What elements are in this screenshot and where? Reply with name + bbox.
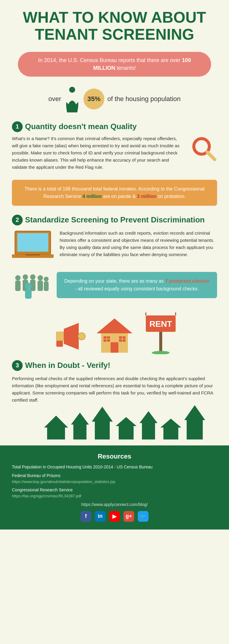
population-stat: over 35% of the housing population (0, 83, 229, 118)
svg-marker-40 (71, 413, 89, 425)
section2-body: Background information such as credit re… (60, 230, 217, 261)
svg-rect-51 (187, 420, 203, 439)
svg-line-2 (207, 152, 215, 160)
resources-heading: Resources (12, 453, 217, 460)
twitter-icon[interactable]: 🐦 (138, 511, 148, 522)
houses-skyline (38, 404, 217, 439)
section2-content: Background information such as credit re… (12, 230, 217, 261)
svg-rect-8 (15, 281, 21, 291)
orange-info-box: There is a total of 196 thousand total f… (12, 180, 217, 206)
svg-rect-25 (111, 342, 118, 353)
svg-point-0 (69, 87, 75, 93)
svg-marker-19 (56, 332, 64, 341)
section1-heading: 1 Quantity doesn't mean Quality (12, 121, 217, 132)
svg-point-13 (38, 275, 43, 281)
section1-content: What's in a Name? It's common that crimi… (12, 135, 217, 171)
icons-row: RENT (0, 306, 229, 357)
svg-point-7 (15, 275, 21, 281)
section3-title: When in Doubt - Verify! (25, 361, 110, 370)
svg-marker-46 (140, 411, 157, 423)
svg-rect-16 (44, 281, 49, 291)
over-text: over (48, 95, 61, 103)
section3-number: 3 (12, 360, 23, 371)
people-svg (12, 270, 51, 299)
svg-rect-49 (163, 428, 178, 439)
main-title: What to Know About Tenant Screening (12, 9, 217, 43)
svg-rect-6 (25, 254, 40, 256)
magnifier-icon (190, 135, 217, 162)
resource-3-label: Congressional Research Service (12, 487, 217, 493)
protected-classes-text: Depending on your state, there are as ma… (64, 278, 210, 291)
svg-rect-47 (142, 423, 155, 439)
person-icon (64, 86, 81, 112)
svg-rect-22 (56, 341, 63, 347)
header-section: What to Know About Tenant Screening (0, 0, 229, 46)
svg-rect-41 (73, 425, 86, 439)
svg-point-9 (23, 274, 28, 280)
svg-rect-43 (95, 422, 110, 439)
laptop-icon (12, 230, 54, 259)
protected-classes-highlight: 7 protected classes (165, 278, 210, 284)
section2: 2 Standardize Screening to Prevent Discr… (0, 212, 229, 267)
svg-text:RENT: RENT (149, 319, 172, 329)
resource-3-link[interactable]: https://fas.org/sgp/crs/misc/RL34287.pdf (12, 493, 217, 499)
section1-body: What's in a Name? It's common that crimi… (12, 135, 184, 171)
svg-marker-23 (97, 318, 132, 333)
svg-point-17 (25, 283, 32, 289)
resource-1-label: Total Population in Occupied Housing Uni… (12, 465, 153, 469)
website-url[interactable]: https://www.applyconnect.com/blog/ (12, 502, 217, 507)
house-icon (95, 315, 134, 354)
svg-marker-38 (44, 416, 68, 428)
section1-title: Quantity doesn't mean Quality (25, 122, 137, 131)
resource-2-label: Federal Bureau of Prisons (12, 473, 217, 479)
svg-marker-48 (160, 419, 181, 428)
section2-heading: 2 Standardize Screening to Prevent Discr… (12, 215, 217, 225)
svg-point-15 (44, 277, 49, 281)
percent-circle: 35% (83, 89, 104, 109)
protected-classes-box: Depending on your state, there are as ma… (57, 272, 217, 298)
svg-marker-42 (92, 407, 113, 422)
highlight-4million: 4 million (82, 194, 102, 199)
svg-point-11 (30, 274, 35, 280)
svg-marker-20 (64, 323, 79, 350)
linkedin-icon[interactable]: in (95, 511, 106, 522)
googleplus-icon[interactable]: g+ (123, 511, 134, 522)
dark-houses-decoration (12, 404, 217, 439)
housing-text: of the housing population (107, 95, 181, 103)
section3-body: Performing verbal checks of the supplied… (12, 375, 217, 404)
resources-footer: Resources Total Population in Occupied H… (0, 445, 229, 530)
svg-point-37 (152, 351, 170, 354)
census-bold: 100 MILLION (93, 57, 191, 71)
section2-title: Standardize Screening to Prevent Discrim… (25, 215, 205, 225)
resource-2-link[interactable]: https://www.bop.gov/about/statistics/pop… (12, 479, 217, 485)
rent-sign-icon: RENT (143, 312, 179, 354)
people-group-icon (12, 270, 51, 301)
section1: 1 Quantity doesn't mean Quality What's i… (0, 118, 229, 177)
svg-marker-44 (116, 417, 137, 426)
section3-heading: 3 When in Doubt - Verify! (12, 360, 217, 371)
social-icons-row: f in ▶ g+ 🐦 (12, 511, 217, 527)
svg-rect-39 (47, 428, 65, 439)
protected-classes-section: Depending on your state, there are as ma… (12, 270, 217, 301)
svg-rect-4 (17, 233, 48, 252)
section3: 3 When in Doubt - Verify! Performing ver… (0, 357, 229, 445)
svg-rect-14 (38, 281, 43, 291)
laptop-icon-wrap (12, 230, 54, 261)
section1-number: 1 (12, 121, 23, 132)
census-bubble: In 2014, the U.S. Census Bureau reports … (18, 52, 211, 76)
section2-number: 2 (12, 215, 23, 225)
megaphone-icon (50, 318, 86, 354)
resource-item-2: Federal Bureau of Prisons https://www.bo… (12, 473, 217, 485)
facebook-icon[interactable]: f (81, 511, 91, 522)
svg-rect-18 (25, 289, 32, 299)
census-text: In 2014, the U.S. Census Bureau reports … (38, 57, 191, 71)
orange-text: There is a total of 196 thousand total f… (24, 186, 205, 199)
resource-item-1: Total Population in Occupied Housing Uni… (12, 464, 217, 470)
svg-point-21 (78, 333, 85, 340)
svg-rect-32 (159, 330, 162, 353)
resource-item-3: Congressional Research Service https://f… (12, 487, 217, 499)
highlight-3million: 3 million (137, 194, 157, 199)
svg-rect-45 (119, 426, 134, 439)
svg-marker-50 (184, 405, 205, 420)
youtube-icon[interactable]: ▶ (109, 511, 120, 522)
